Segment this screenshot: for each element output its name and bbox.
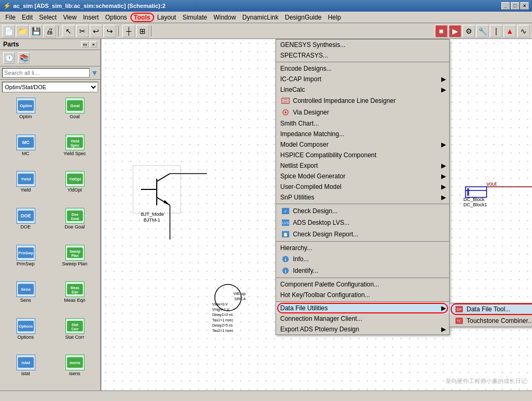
- up-arrow-btn[interactable]: ▲: [504, 25, 516, 37]
- menu-edit[interactable]: Edit: [18, 13, 36, 22]
- comp-goal[interactable]: Goal Goal: [51, 97, 98, 131]
- comp-istat[interactable]: istat istat: [2, 354, 49, 388]
- menu-insert[interactable]: Insert: [80, 13, 102, 22]
- menu-designguide[interactable]: DesignGuide: [282, 13, 325, 22]
- tools-btn1[interactable]: ⚙: [462, 25, 475, 37]
- print-button[interactable]: 🖨: [43, 25, 56, 37]
- menu-via-designer[interactable]: Via Designer: [276, 107, 449, 118]
- menu-netlist-export[interactable]: Netlist Export ▶: [276, 160, 449, 171]
- comp-mc[interactable]: MC MC: [2, 133, 49, 168]
- comp-meas-eqn[interactable]: Meas Eqn Meas Eqn: [51, 280, 98, 315]
- maximize-button[interactable]: □: [511, 2, 519, 9]
- menu-spice-model[interactable]: Spice Model Generator ▶: [276, 171, 449, 182]
- identify-icon: i: [280, 266, 291, 275]
- snp-arrow: ▶: [441, 194, 446, 201]
- watermark: 菜鸟硬件工程师小廉的成长日记: [445, 377, 527, 385]
- menu-spice-label: Spice Model Generator: [280, 173, 345, 180]
- library-icon-btn[interactable]: 📚: [18, 52, 30, 64]
- menu-palette-config[interactable]: Component Palette Configuration...: [276, 279, 449, 290]
- menu-model-composer[interactable]: Model Composer ▶: [276, 139, 449, 150]
- menu-genesys-label: GENESYS Synthesis...: [280, 41, 345, 49]
- stop-button[interactable]: ■: [435, 25, 448, 37]
- svg-text:isens: isens: [69, 360, 80, 365]
- tools-btn3[interactable]: |: [490, 25, 502, 37]
- menu-spectrasys-label: SPECTRASYS...: [280, 52, 328, 59]
- menu-data-file-label: Data File Utilities: [280, 304, 328, 312]
- redo-button[interactable]: ↪: [103, 25, 116, 37]
- menu-file[interactable]: File: [2, 13, 18, 22]
- menu-layout[interactable]: Layout: [154, 13, 179, 22]
- comp-doe-goal[interactable]: Doe Goal Doe Goal: [51, 207, 98, 242]
- comp-prm-swp[interactable]: PrmSwp PrmSwp: [2, 244, 49, 279]
- parts-restore-button[interactable]: ▭: [81, 41, 89, 47]
- menu-window[interactable]: Window: [210, 13, 239, 22]
- menu-hotkey-config[interactable]: Hot Key/Toolbar Configuration...: [276, 290, 449, 300]
- menu-view[interactable]: View: [60, 13, 80, 22]
- filter-icon[interactable]: ▼: [91, 69, 98, 77]
- toolbar-sep1: [58, 26, 60, 36]
- menu-dynamiclink[interactable]: DynamicLink: [239, 13, 282, 22]
- comp-stat-corr[interactable]: Stat Corr Stat Corr: [51, 317, 98, 352]
- comp-yield-spec[interactable]: Yield Spec Yield Spec: [51, 133, 98, 168]
- menu-identify[interactable]: i Identify...: [276, 265, 449, 276]
- svg-line-40: [157, 174, 170, 182]
- parts-close-button[interactable]: ×: [90, 41, 97, 47]
- menu-touchstone-combiner[interactable]: TC Touchstone Combiner...: [450, 315, 532, 327]
- comp-options[interactable]: Options Options: [2, 317, 49, 352]
- menu-help[interactable]: Help: [325, 13, 344, 22]
- menu-encode-designs[interactable]: Encode Designs...: [276, 63, 449, 74]
- undo-button[interactable]: ↩: [90, 25, 102, 37]
- menu-iccap-label: IC-CAP Import: [280, 75, 321, 83]
- menu-data-file-utilities[interactable]: Data File Utilities ▶ DF Data File Tool.…: [276, 303, 449, 313]
- schematic-area[interactable]: BJT_Mode BJTM-1 DC_Block DC_Block1 vout: [101, 39, 532, 390]
- save-button[interactable]: 💾: [30, 25, 42, 37]
- component-button[interactable]: ⊞: [136, 25, 149, 37]
- comp-sens[interactable]: Sens Sens: [2, 280, 49, 315]
- search-input[interactable]: [2, 68, 90, 78]
- menu-info[interactable]: i Info...: [276, 253, 449, 265]
- select-button[interactable]: ↖: [62, 25, 75, 37]
- cut-button[interactable]: ✂: [76, 25, 89, 37]
- menu-hierarchy[interactable]: Hierarchy...: [276, 243, 449, 253]
- menu-hspice[interactable]: HSPICE Compatibility Component: [276, 150, 449, 160]
- cild-icon: [280, 97, 291, 105]
- menu-genesys[interactable]: GENESYS Synthesis...: [276, 40, 449, 50]
- menu-options[interactable]: Options: [102, 13, 130, 22]
- close-button[interactable]: ×: [520, 2, 529, 9]
- tools-btn2[interactable]: 🔧: [476, 25, 489, 37]
- menu-simulate[interactable]: Simulate: [179, 13, 211, 22]
- comp-optim[interactable]: Optim Optim: [2, 97, 49, 131]
- menu-impedance-matching[interactable]: Impedance Matching...: [276, 129, 449, 139]
- menu-check-report[interactable]: 📋 Check Design Report...: [276, 228, 449, 240]
- menu-select[interactable]: Select: [36, 13, 60, 22]
- menu-cild[interactable]: Controlled Impedance Line Designer: [276, 95, 449, 107]
- minimize-button[interactable]: _: [501, 2, 510, 9]
- comp-isens[interactable]: isens isens: [51, 354, 98, 388]
- wave-btn[interactable]: ∿: [517, 25, 530, 37]
- comp-yield[interactable]: Yield Yield: [2, 170, 49, 205]
- menu-check-design[interactable]: ✓ Check Design...: [276, 205, 449, 217]
- svg-text:Spec: Spec: [70, 144, 79, 148]
- history-icon-btn[interactable]: 🕐: [3, 52, 15, 64]
- svg-text:Goal: Goal: [70, 103, 80, 108]
- simulate-button[interactable]: ▶: [449, 25, 461, 37]
- menu-user-compiled[interactable]: User-Compiled Model ▶: [276, 182, 449, 192]
- open-button[interactable]: 📁: [16, 25, 28, 37]
- comp-yield-spec-label: Yield Spec: [63, 151, 86, 156]
- menu-tools[interactable]: Tools: [130, 13, 154, 22]
- comp-doe[interactable]: DOE DOE: [2, 207, 49, 242]
- menu-export-ptolemy[interactable]: Export ADS Ptolemy Design ▶: [276, 324, 449, 335]
- menu-smith-chart[interactable]: Smith Chart...: [276, 118, 449, 129]
- menu-connection-manager[interactable]: Connection Manager Client...: [276, 313, 449, 324]
- menu-ads-lvs[interactable]: LVS ADS Desktop LVS...: [276, 217, 449, 228]
- comp-sweep-plan[interactable]: Sweep Plan Sweep Plan: [51, 244, 98, 279]
- new-button[interactable]: 📄: [2, 25, 15, 37]
- menu-linecalc[interactable]: LineCalc ▶: [276, 84, 449, 95]
- comp-yldopt[interactable]: YldOpt YldOpt: [51, 170, 98, 205]
- menu-iccap-import[interactable]: IC-CAP Import ▶: [276, 74, 449, 84]
- menu-spectrasys[interactable]: SPECTRASYS...: [276, 50, 449, 61]
- wire-button[interactable]: ┼: [122, 25, 135, 37]
- menu-data-file-tool[interactable]: DF Data File Tool...: [450, 303, 532, 315]
- category-select[interactable]: Optim/Stat/DOE: [2, 82, 98, 92]
- menu-snp[interactable]: SnP Utilities ▶: [276, 192, 449, 203]
